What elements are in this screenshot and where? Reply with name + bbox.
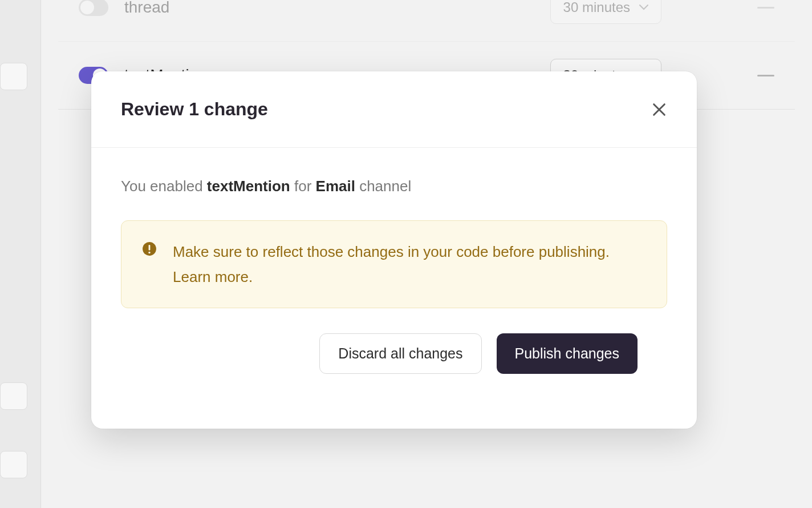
summary-mid: for (290, 178, 316, 195)
discard-button[interactable]: Discard all changes (319, 333, 481, 374)
summary-suffix: channel (355, 178, 411, 195)
publish-button[interactable]: Publish changes (497, 333, 638, 374)
svg-rect-1 (149, 245, 151, 251)
warning-learn-more-link[interactable]: Learn more. (173, 268, 253, 285)
summary-kind: textMention (207, 178, 290, 195)
modal-header: Review 1 change (91, 71, 697, 148)
warning-message: Make sure to reflect those changes in yo… (173, 243, 610, 260)
modal-title: Review 1 change (121, 99, 268, 120)
summary-channel: Email (316, 178, 355, 195)
svg-point-2 (148, 252, 150, 253)
review-changes-modal: Review 1 change You enabled textMention … (91, 71, 697, 429)
warning-text: Make sure to reflect those changes in yo… (173, 239, 646, 289)
summary-prefix: You enabled (121, 178, 207, 195)
close-icon[interactable] (651, 102, 667, 118)
warning-icon (142, 241, 157, 256)
warning-banner: Make sure to reflect those changes in yo… (121, 220, 667, 308)
modal-body: You enabled textMention for Email channe… (91, 148, 697, 429)
change-summary: You enabled textMention for Email channe… (121, 178, 667, 195)
modal-footer: Discard all changes Publish changes (121, 333, 667, 401)
